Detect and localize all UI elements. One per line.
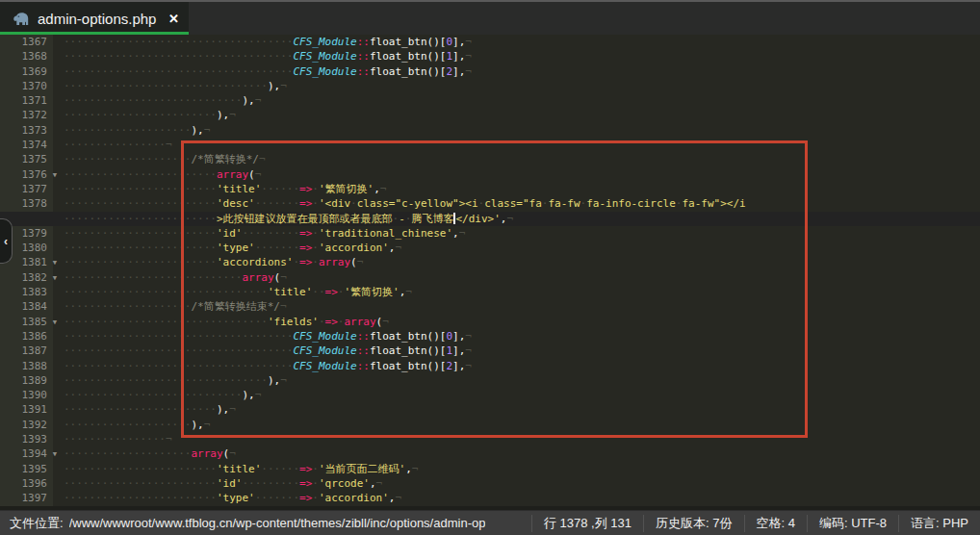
eol-marker: ¬	[204, 124, 211, 137]
eol-marker: ¬	[412, 463, 419, 475]
tab-admin-options[interactable]: admin-options.php ✕	[0, 2, 189, 35]
code-line[interactable]: 1374················¬	[0, 138, 980, 152]
line-number: 1390	[0, 388, 47, 402]
code-text: ····································CFS_…	[64, 49, 980, 64]
code-line[interactable]: 1387····································…	[0, 344, 980, 358]
code-text: ························'type'·······=>·…	[64, 241, 980, 255]
gutter: 1371	[0, 93, 64, 108]
code-text: ····································CFS_…	[64, 64, 980, 79]
code-line[interactable]: 1385▼································'fi…	[0, 315, 980, 329]
code-rows: 1367····································…	[0, 35, 980, 506]
gutter: 1386	[0, 329, 64, 344]
eol-marker: ¬	[259, 153, 266, 166]
line-number: 1383	[0, 285, 47, 299]
gutter: 1373	[0, 123, 64, 138]
gutter: 1376▼	[0, 167, 64, 182]
code-text: ························'id'·········=>·…	[64, 226, 980, 241]
code-line[interactable]: 1371····························),¬	[0, 93, 980, 108]
eol-marker: ¬	[459, 227, 466, 240]
fold-arrow-icon[interactable]: ▼	[48, 447, 62, 461]
fold-arrow-icon[interactable]: ▼	[48, 315, 62, 328]
eol-marker: ¬	[229, 447, 236, 460]
code-line[interactable]: 1376▼························array(¬	[0, 167, 980, 182]
code-line[interactable]: 1368····································…	[0, 49, 980, 64]
gutter: 1372	[0, 108, 64, 122]
gutter: 1385▼	[0, 315, 64, 329]
sidebar-collapse-handle[interactable]: ‹	[0, 218, 13, 264]
eol-marker: ¬	[376, 477, 383, 490]
code-line[interactable]: 1375····················/*简繁转换*/¬	[0, 152, 980, 166]
code-line[interactable]: 1377························'title'·····…	[0, 182, 980, 196]
code-line[interactable]: 1367····································…	[0, 35, 980, 49]
code-text: ····················),¬	[64, 123, 980, 138]
code-line[interactable]: 1381▼························'accordions…	[0, 255, 980, 269]
fold-arrow-icon[interactable]: ▼	[48, 256, 62, 269]
code-text: ····································CFS_…	[64, 359, 980, 373]
code-line[interactable]: 1380························'type'······…	[0, 241, 980, 255]
gutter: 1375	[0, 152, 64, 166]
code-line[interactable]: 1392····················),¬	[0, 418, 980, 432]
line-number: 1391	[0, 402, 47, 417]
fold-arrow-icon[interactable]: ▼	[48, 167, 62, 181]
line-number: 1392	[0, 418, 47, 432]
status-spaces[interactable]: 空格: 4	[744, 515, 807, 532]
code-line[interactable]: 1370································),¬	[0, 79, 980, 93]
eol-marker: ¬	[465, 344, 472, 357]
code-text: ························'title'······=>·…	[64, 462, 980, 476]
code-line[interactable]: 1391························),¬	[0, 402, 980, 417]
line-number: 1389	[0, 373, 47, 388]
eol-marker: ¬	[280, 300, 287, 313]
eol-marker: ¬	[465, 50, 472, 63]
code-line[interactable]: 1394▼····················array(¬	[0, 446, 980, 461]
gutter: 1382▼	[0, 270, 64, 285]
code-line[interactable]: 1373····················),¬	[0, 123, 980, 138]
code-line[interactable]: 1389································),¬	[0, 373, 980, 388]
code-line[interactable]: 1396························'id'········…	[0, 476, 980, 491]
line-number: 1388	[0, 359, 47, 373]
code-text: ································'title'·…	[64, 285, 980, 299]
tab-close-icon[interactable]: ✕	[168, 12, 179, 26]
eol-marker: ¬	[166, 139, 172, 151]
code-text: ················¬	[64, 432, 980, 446]
line-number: 1370	[0, 79, 47, 93]
gutter: 1367	[0, 35, 64, 49]
line-number: 1367	[0, 35, 47, 49]
eol-marker: ¬	[280, 80, 287, 92]
code-line[interactable]: 1395························'title'·····…	[0, 462, 980, 476]
line-number: 1385	[0, 315, 47, 329]
eol-marker: ¬	[382, 316, 389, 328]
gutter: 1387	[0, 344, 64, 358]
code-line[interactable]: 1393················¬	[0, 432, 980, 446]
tab-title: admin-options.php	[38, 11, 163, 27]
code-line[interactable]: 1379························'id'········…	[0, 226, 980, 241]
eol-marker: ¬	[380, 183, 387, 195]
code-line[interactable]: 1372························),¬	[0, 108, 980, 122]
status-encoding[interactable]: 编码: UTF-8	[807, 515, 898, 532]
code-line[interactable]: 1388····································…	[0, 359, 980, 373]
code-line[interactable]: 1378························'desc'······…	[0, 196, 980, 211]
gutter: 1378	[0, 196, 64, 211]
code-line[interactable]: 1386····································…	[0, 329, 980, 344]
gutter: 1388	[0, 359, 64, 373]
code-line[interactable]: 1383································'tit…	[0, 285, 980, 299]
gutter: 1393	[0, 432, 64, 446]
code-line[interactable]: ························>此按钮建议放置在最顶部或者最底…	[0, 212, 980, 226]
status-language[interactable]: 语言: PHP	[898, 515, 980, 532]
code-line[interactable]: 1397························'type'······…	[0, 491, 980, 505]
eol-marker: ¬	[395, 492, 401, 504]
code-line[interactable]: 1382▼····························array(¬	[0, 270, 980, 285]
fold-arrow-icon[interactable]: ▼	[48, 271, 62, 285]
line-number: 1374	[0, 138, 47, 152]
eol-marker: ¬	[357, 256, 364, 268]
status-history-versions[interactable]: 历史版本: 7份	[643, 515, 743, 532]
code-line[interactable]: 1384····················/*简繁转换结束*/¬	[0, 299, 980, 314]
code-line[interactable]: 1369····································…	[0, 64, 980, 79]
code-editor[interactable]: 1367····································…	[0, 35, 980, 506]
code-line[interactable]: 1390····························),¬	[0, 388, 980, 402]
gutter: 1370	[0, 79, 64, 93]
eol-marker: ¬	[506, 213, 513, 225]
code-text: ························'type'·······=>·…	[64, 491, 980, 505]
line-number: 1393	[0, 432, 47, 446]
eol-marker: ¬	[255, 168, 262, 181]
eol-marker: ¬	[280, 374, 287, 387]
